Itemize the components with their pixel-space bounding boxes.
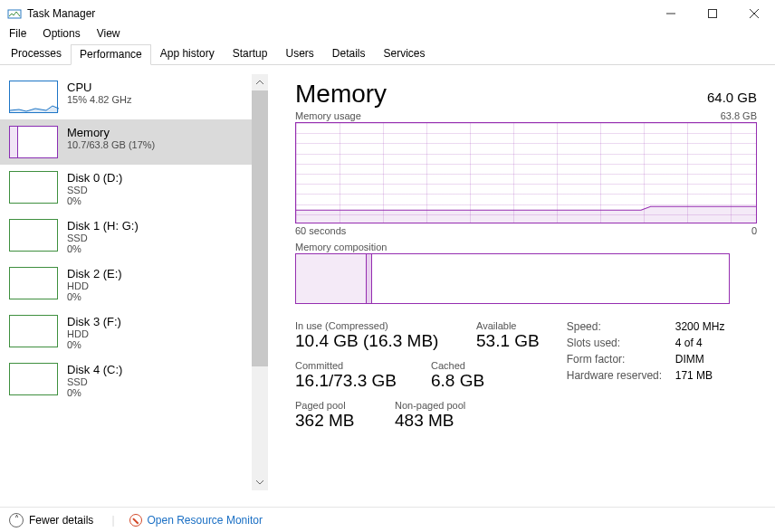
disk3-pct: 0%	[67, 339, 121, 350]
x-right: 0	[751, 225, 757, 236]
sidebar-item-disk2[interactable]: Disk 2 (E:) HDD 0%	[0, 261, 268, 309]
hwres-label: Hardware reserved:	[567, 369, 675, 382]
disk3-title: Disk 3 (F:)	[67, 315, 121, 328]
cpu-sub: 15% 4.82 GHz	[67, 94, 132, 105]
paged-label: Paged pool	[295, 400, 368, 411]
disk0-pct: 0%	[67, 195, 122, 206]
form-label: Form factor:	[567, 353, 675, 366]
nonpaged-label: Non-paged pool	[395, 400, 465, 411]
inuse-label: In use (Compressed)	[295, 320, 449, 331]
svg-marker-5	[296, 206, 756, 223]
memory-total: 64.0 GB	[707, 90, 757, 105]
usage-max: 63.8 GB	[721, 110, 757, 121]
form-value: DIMM	[675, 353, 748, 366]
body: CPU 15% 4.82 GHz Memory 10.7/63.8 GB (17…	[0, 65, 775, 507]
memory-composition-chart[interactable]	[295, 253, 730, 304]
tab-bar: Processes Performance App history Startu…	[0, 43, 775, 65]
disk3-sub: HDD	[67, 328, 121, 339]
tab-details[interactable]: Details	[323, 43, 375, 64]
resource-monitor-icon[interactable]	[129, 514, 142, 527]
memory-thumb-icon	[9, 126, 58, 158]
disk2-title: Disk 2 (E:)	[67, 267, 122, 280]
disk-thumb-icon	[9, 267, 58, 299]
committed-label: Committed	[295, 360, 404, 371]
scroll-up-icon[interactable]	[252, 74, 268, 90]
scroll-thumb[interactable]	[252, 90, 268, 366]
title-bar: Task Manager	[0, 0, 775, 27]
usage-label: Memory usage	[295, 110, 361, 121]
page-title: Memory	[295, 80, 387, 109]
disk-thumb-icon	[9, 171, 58, 204]
disk0-title: Disk 0 (D:)	[67, 171, 122, 185]
disk4-title: Disk 4 (C:)	[67, 363, 122, 376]
inuse-value: 10.4 GB (16.3 MB)	[295, 331, 449, 351]
disk2-sub: HDD	[67, 280, 122, 291]
menu-bar: File Options View	[0, 27, 775, 43]
stats-grid: In use (Compressed) 10.4 GB (16.3 MB) Av…	[295, 320, 757, 431]
slots-value: 4 of 4	[675, 337, 748, 349]
disk1-sub: SSD	[67, 233, 139, 243]
tab-users[interactable]: Users	[276, 43, 322, 64]
minimize-button[interactable]	[650, 0, 692, 27]
committed-value: 16.1/73.3 GB	[295, 371, 404, 391]
status-bar: ˄ Fewer details | Open Resource Monitor	[0, 507, 775, 532]
disk-thumb-icon	[9, 363, 58, 395]
sidebar-item-disk3[interactable]: Disk 3 (F:) HDD 0%	[0, 309, 268, 356]
close-button[interactable]	[733, 0, 775, 27]
hwres-value: 171 MB	[675, 369, 748, 382]
cached-label: Cached	[431, 360, 484, 371]
sidebar-item-disk4[interactable]: Disk 4 (C:) SSD 0%	[0, 356, 268, 404]
memory-usage-chart[interactable]	[295, 122, 757, 223]
composition-label: Memory composition	[295, 242, 757, 252]
cpu-thumb-icon	[9, 81, 58, 113]
hardware-info: Speed: 3200 MHz Slots used: 4 of 4 Form …	[567, 320, 748, 431]
window-controls	[650, 0, 775, 27]
menu-view[interactable]: View	[97, 27, 120, 40]
disk4-sub: SSD	[67, 376, 122, 387]
window-title: Task Manager	[27, 7, 95, 20]
disk0-sub: SSD	[67, 185, 122, 195]
tab-processes[interactable]: Processes	[2, 43, 71, 64]
available-value: 53.1 GB	[476, 331, 540, 351]
speed-value: 3200 MHz	[675, 320, 748, 333]
scroll-down-icon[interactable]	[252, 474, 268, 490]
tab-performance[interactable]: Performance	[71, 44, 151, 65]
sidebar-item-cpu[interactable]: CPU 15% 4.82 GHz	[0, 74, 268, 119]
available-label: Available	[476, 320, 540, 331]
tab-services[interactable]: Services	[375, 43, 435, 64]
menu-options[interactable]: Options	[43, 27, 80, 40]
main-panel: Memory 64.0 GB Memory usage 63.8 GB 60 s…	[268, 65, 775, 507]
disk2-pct: 0%	[67, 291, 122, 302]
tab-startup[interactable]: Startup	[224, 43, 277, 64]
app-icon	[7, 6, 22, 21]
disk4-pct: 0%	[67, 387, 122, 398]
speed-label: Speed:	[567, 320, 675, 333]
sidebar-item-memory[interactable]: Memory 10.7/63.8 GB (17%)	[0, 119, 268, 165]
menu-file[interactable]: File	[9, 27, 26, 40]
paged-value: 362 MB	[295, 411, 368, 431]
x-left: 60 seconds	[295, 225, 346, 236]
scroll-track[interactable]	[252, 90, 268, 474]
open-resource-monitor-link[interactable]: Open Resource Monitor	[148, 514, 263, 527]
cached-value: 6.8 GB	[431, 371, 484, 391]
maximize-button[interactable]	[692, 0, 733, 27]
disk-thumb-icon	[9, 219, 58, 252]
svg-rect-2	[709, 10, 717, 18]
disk1-pct: 0%	[67, 243, 139, 254]
cpu-title: CPU	[67, 81, 132, 94]
disk1-title: Disk 1 (H: G:)	[67, 219, 139, 233]
memory-title: Memory	[67, 126, 155, 139]
sidebar: CPU 15% 4.82 GHz Memory 10.7/63.8 GB (17…	[0, 65, 268, 507]
nonpaged-value: 483 MB	[395, 411, 465, 431]
sidebar-scrollbar[interactable]	[252, 74, 268, 490]
fewer-details-icon[interactable]: ˄	[9, 513, 24, 527]
sidebar-item-disk0[interactable]: Disk 0 (D:) SSD 0%	[0, 165, 268, 213]
disk-thumb-icon	[9, 315, 58, 347]
memory-sub: 10.7/63.8 GB (17%)	[67, 139, 155, 150]
slots-label: Slots used:	[567, 337, 675, 349]
fewer-details-link[interactable]: Fewer details	[29, 514, 93, 527]
tab-app-history[interactable]: App history	[151, 43, 224, 64]
sidebar-item-disk1[interactable]: Disk 1 (H: G:) SSD 0%	[0, 213, 268, 261]
